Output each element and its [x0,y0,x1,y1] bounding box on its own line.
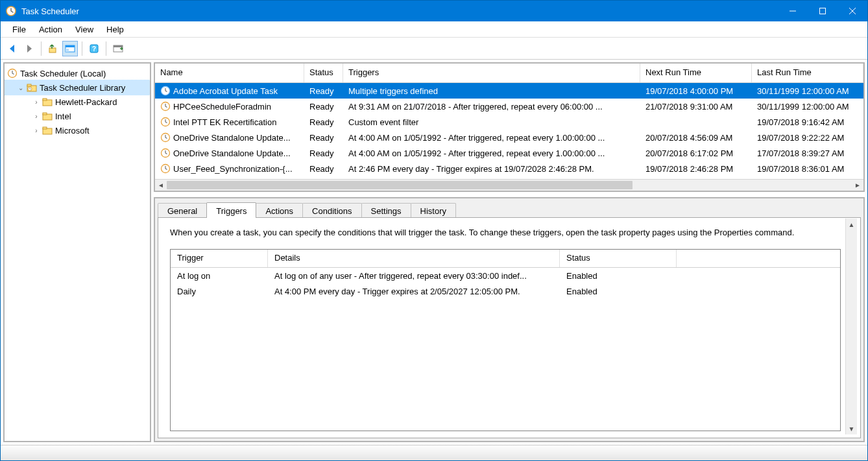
titlebar: Task Scheduler [1,1,867,21]
scroll-right-icon[interactable]: ► [852,180,863,191]
scroll-up-icon[interactable]: ▲ [846,219,857,230]
expand-icon[interactable]: › [32,99,41,106]
menubar: File Action View Help [1,21,867,38]
tree-panel[interactable]: Task Scheduler (Local) ⌄ Task Scheduler … [3,62,151,442]
col-next-run[interactable]: Next Run Time [640,64,752,82]
vertical-scrollbar[interactable]: ▲ ▼ [845,219,857,434]
task-row[interactable]: OneDrive Standalone Update...ReadyAt 4:0… [155,130,863,145]
trigger-col-details[interactable]: Details [268,250,560,267]
export-button[interactable] [110,41,126,56]
svg-rect-5 [66,49,69,52]
col-status[interactable]: Status [304,64,343,82]
tab-settings[interactable]: Settings [361,203,411,219]
trigger-details: At 4:00 PM every day - Trigger expires a… [268,287,560,296]
window-title: Task Scheduler [21,6,79,16]
folder-icon [42,97,53,107]
tab-general[interactable]: General [158,203,207,219]
task-triggers: Multiple triggers defined [343,83,640,99]
task-name: Intel PTT EK Recertification [173,117,276,127]
maximize-button[interactable] [808,1,838,21]
trigger-details: At log on of any user - After triggered,… [268,271,560,281]
task-last-run: 19/07/2018 9:16:42 AM [752,114,863,130]
task-icon [160,86,171,96]
app-icon [6,6,16,16]
tree-library[interactable]: ⌄ Task Scheduler Library [5,80,150,95]
task-list-headers[interactable]: Name Status Triggers Next Run Time Last … [155,64,863,83]
forward-button[interactable] [21,41,37,56]
tree-child-microsoft[interactable]: › Microsoft [5,123,150,137]
triggers-description: When you create a task, you can specify … [170,227,854,239]
detail-tabs: General Triggers Actions Conditions Sett… [155,198,863,218]
task-status: Ready [304,114,343,130]
statusbar [1,445,867,460]
task-list[interactable]: Name Status Triggers Next Run Time Last … [154,62,865,192]
close-button[interactable] [838,1,867,21]
tab-history[interactable]: History [411,203,456,219]
menu-view[interactable]: View [69,23,100,36]
tree-child-label: Intel [55,112,71,121]
expand-icon[interactable]: › [32,113,41,120]
task-triggers: At 9:31 AM on 21/07/2018 - After trigger… [343,99,640,114]
col-name[interactable]: Name [155,64,304,82]
task-next-run: 19/07/2018 2:46:28 PM [640,161,752,176]
trigger-status: Enabled [560,271,677,281]
trigger-row[interactable]: DailyAt 4:00 PM every day - Trigger expi… [171,283,840,299]
menu-help[interactable]: Help [100,23,130,36]
horizontal-splitter[interactable] [154,192,865,197]
help-button[interactable]: ? [86,41,102,56]
horizontal-scrollbar[interactable]: ◄ ► [155,179,863,191]
task-icon [160,101,171,112]
scroll-down-icon[interactable]: ▼ [846,423,857,434]
task-status: Ready [304,99,343,114]
svg-rect-19 [43,127,47,129]
tree-child-label: Hewlett-Packard [55,97,117,107]
svg-rect-15 [43,99,47,100]
svg-rect-9 [114,45,123,47]
trigger-name: Daily [171,287,268,296]
trigger-row[interactable]: At log onAt log on of any user - After t… [171,268,840,283]
task-status: Ready [304,83,343,99]
svg-rect-12 [27,84,31,86]
show-hide-console-button[interactable] [62,41,78,56]
folder-library-icon [27,82,37,93]
up-button[interactable] [45,41,61,56]
folder-icon [42,111,53,121]
task-row[interactable]: HPCeeScheduleForadminReadyAt 9:31 AM on … [155,99,863,114]
expand-icon[interactable]: ⌄ [16,84,25,91]
col-triggers[interactable]: Triggers [343,64,640,82]
task-name: OneDrive Standalone Update... [173,133,291,143]
menu-action[interactable]: Action [32,23,69,36]
tab-triggers[interactable]: Triggers [206,202,256,218]
task-row[interactable]: Intel PTT EK RecertificationReadyCustom … [155,114,863,130]
clock-icon [7,68,18,78]
task-last-run: 17/07/2018 8:39:27 AM [752,145,863,161]
tab-actions[interactable]: Actions [256,203,303,219]
task-name: HPCeeScheduleForadmin [173,102,271,112]
back-button[interactable] [5,41,20,56]
task-next-run: 20/07/2018 4:56:09 AM [640,130,752,145]
scroll-left-icon[interactable]: ◄ [155,180,167,191]
task-name: OneDrive Standalone Update... [173,148,291,158]
tree-root-label: Task Scheduler (Local) [20,69,106,78]
expand-icon[interactable]: › [32,127,41,134]
tree-root[interactable]: Task Scheduler (Local) [5,66,150,80]
trigger-col-status[interactable]: Status [560,250,677,267]
task-status: Ready [304,145,343,161]
trigger-table[interactable]: Trigger Details Status At log onAt log o… [170,249,841,431]
trigger-col-trigger[interactable]: Trigger [171,250,268,267]
svg-rect-1 [820,8,826,14]
task-row[interactable]: User_Feed_Synchronization-{...ReadyAt 2:… [155,161,863,176]
menu-file[interactable]: File [6,23,32,36]
col-last-run[interactable]: Last Run Time [752,64,863,82]
scroll-thumb[interactable] [167,181,633,189]
task-row[interactable]: Adobe Acrobat Update TaskReadyMultiple t… [155,83,863,99]
svg-rect-17 [43,113,47,115]
task-row[interactable]: OneDrive Standalone Update...ReadyAt 4:0… [155,145,863,161]
svg-text:?: ? [92,45,96,53]
trigger-col-spacer [677,250,840,267]
minimize-button[interactable] [778,1,808,21]
task-icon [160,163,171,174]
tab-conditions[interactable]: Conditions [302,203,361,219]
tree-child-hp[interactable]: › Hewlett-Packard [5,95,150,109]
tree-child-intel[interactable]: › Intel [5,109,150,123]
